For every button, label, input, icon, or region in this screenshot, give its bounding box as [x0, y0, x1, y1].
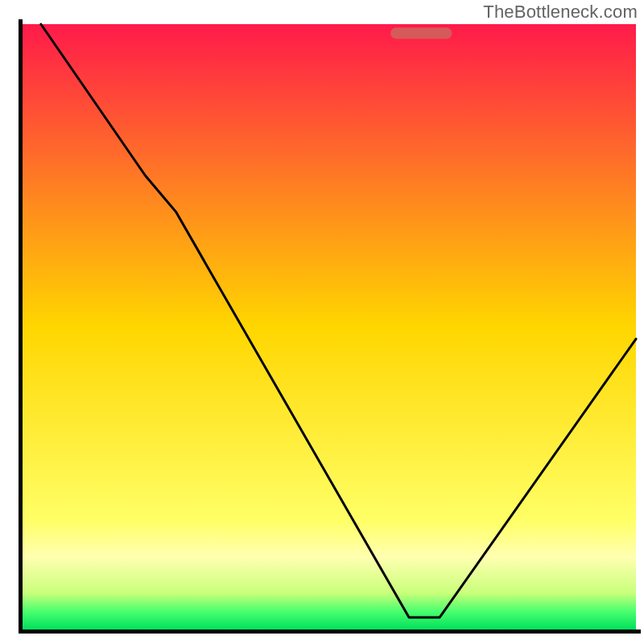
- optimal-range-marker: [390, 27, 452, 39]
- watermark-text: TheBottleneck.com: [483, 2, 638, 23]
- chart-svg: [0, 0, 644, 644]
- x-axis: [19, 630, 641, 634]
- y-axis: [19, 19, 23, 634]
- chart-container: TheBottleneck.com: [0, 0, 644, 644]
- gradient-background: [23, 24, 636, 630]
- plot-area: [19, 19, 641, 634]
